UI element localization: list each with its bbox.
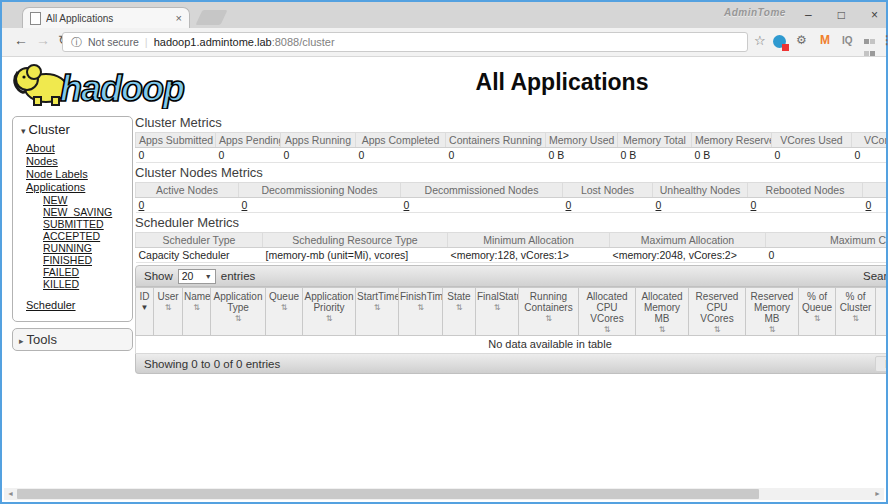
col-pct-of-queue[interactable]: % of Queue⇅ [799,288,836,336]
extension-m-icon[interactable]: M [820,34,830,46]
not-secure-label: Not secure [88,36,139,48]
extension-iq-icon[interactable]: IQ [842,36,853,46]
col-minimum-allocation: Minimum Allocation [448,233,610,248]
minimize-button[interactable]: – [805,9,812,21]
lost-nodes-link[interactable]: 0 [566,199,572,211]
sidebar-item-new-saving[interactable]: NEW_SAVING [43,206,126,218]
title-bar: All Applications × AdminTome – □ × [2,2,886,28]
col-clipped [863,183,887,198]
col-starttime[interactable]: StartTime⇅ [356,288,399,336]
new-tab-button[interactable] [196,10,228,25]
col-application-type[interactable]: Application Type⇅ [211,288,266,336]
sort-icon: ⇅ [520,314,577,323]
yarn-page: hadoop All Applications ▾Cluster About N… [2,57,886,490]
close-button[interactable]: × [871,9,878,21]
col-application-priority[interactable]: Application Priority⇅ [303,288,356,336]
sort-icon: ⇅ [877,303,886,312]
gear-icon[interactable]: ⚙ [796,34,807,46]
col-allocated-cpu-vcores[interactable]: Allocated CPU VCores⇅ [579,288,636,336]
col-apps-running: Apps Running [281,133,356,148]
col-progress[interactable]: Progress⇅ [876,288,887,336]
table-row: 0 0 0 0 0 0 B 0 B 0 B 0 0 [136,148,887,163]
col-finalstatus[interactable]: FinalStatus⇅ [476,288,519,336]
col-decommissioning-nodes: Decommissioning Nodes [239,183,401,198]
page-size-select[interactable]: 20▼ [178,269,216,284]
cluster-metrics-table: Apps Submitted Apps Pending Apps Running… [135,132,886,163]
info-icon[interactable]: ⓘ [71,35,82,50]
col-reserved-memory-mb[interactable]: Reserved Memory MB⇅ [746,288,799,336]
sidebar-item-node-labels[interactable]: Node Labels [26,168,126,181]
col-running-containers[interactable]: Running Containers⇅ [519,288,579,336]
col-name[interactable]: Name⇅ [183,288,211,336]
col-allocated-memory-mb[interactable]: Allocated Memory MB⇅ [636,288,689,336]
sort-icon: ⇅ [800,314,834,323]
empty-table-message: No data available in table [135,336,886,354]
extension-blue-badge-icon[interactable] [773,35,786,48]
extension-grid-icon[interactable] [864,35,876,59]
col-rebooted-nodes: Rebooted Nodes [748,183,863,198]
browser-window: All Applications × AdminTome – □ × ← → ↻… [0,0,888,504]
page-title: All Applications [234,69,886,96]
col-vcores-used: VCores Used [772,133,852,148]
tab-close-icon[interactable]: × [176,13,182,24]
sidebar-item-killed[interactable]: KILLED [43,278,126,290]
apps-header-row: ID▼ User⇅ Name⇅ Application Type⇅ Queue⇅… [136,288,887,336]
sidebar-item-scheduler[interactable]: Scheduler [26,299,126,312]
cluster-nodes-metrics-table: Active Nodes Decommissioning Nodes Decom… [135,182,886,213]
cluster-metrics-heading: Cluster Metrics [135,115,886,130]
sort-icon: ⇅ [304,314,354,323]
sidebar-item-about[interactable]: About [26,142,126,155]
table-header-row: Active Nodes Decommissioning Nodes Decom… [136,183,887,198]
address-bar[interactable]: ⓘ Not secure | hadoop1.admintome.lab:808… [62,32,748,52]
active-nodes-link[interactable]: 0 [139,199,145,211]
sidebar-item-finished[interactable]: FINISHED [43,254,126,266]
sidebar-cluster-header[interactable]: ▾Cluster [21,122,126,137]
decommissioning-nodes-link[interactable]: 0 [242,199,248,211]
scheduler-metrics-heading: Scheduler Metrics [135,215,886,230]
col-finishtime[interactable]: FinishTime⇅ [399,288,443,336]
horizontal-scrollbar[interactable]: ◄ ► [4,488,884,500]
table-header-row: Scheduler Type Scheduling Resource Type … [136,233,887,248]
col-apps-submitted: Apps Submitted [136,133,216,148]
chrome-menu-icon[interactable]: ⋮ [881,34,888,46]
sidebar-item-running[interactable]: RUNNING [43,242,126,254]
cluster-nodes-metrics-heading: Cluster Nodes Metrics [135,165,886,180]
col-reserved-cpu-vcores[interactable]: Reserved CPU VCores⇅ [689,288,746,336]
col-pct-of-cluster[interactable]: % of Cluster⇅ [836,288,876,336]
back-icon[interactable]: ← [14,33,28,47]
sidebar-tools-header[interactable]: ▸Tools [12,328,133,351]
table-row: Capacity Scheduler [memory-mb (unit=Mi),… [136,248,887,263]
pagination-first-button[interactable]: First [875,356,886,372]
maximize-button[interactable]: □ [838,9,845,21]
col-id[interactable]: ID▼ [136,288,154,336]
col-decommissioned-nodes: Decommissioned Nodes [401,183,563,198]
rebooted-nodes-link[interactable]: 0 [751,199,757,211]
bookmark-star-icon[interactable]: ☆ [754,34,766,47]
col-containers-running: Containers Running [446,133,546,148]
col-queue[interactable]: Queue⇅ [266,288,303,336]
clipped-nodes-link[interactable]: 0 [866,199,872,211]
sidebar-item-accepted[interactable]: ACCEPTED [43,230,126,242]
sidebar-item-applications[interactable]: Applications [26,181,126,194]
sidebar-item-nodes[interactable]: Nodes [26,155,126,168]
scroll-right-icon[interactable]: ► [874,490,881,497]
sidebar-item-new[interactable]: NEW [43,194,126,206]
decommissioned-nodes-link[interactable]: 0 [404,199,410,211]
forward-icon[interactable]: → [36,33,50,47]
url-host: hadoop1.admintome.lab [154,36,272,48]
col-state[interactable]: State⇅ [443,288,476,336]
col-apps-completed: Apps Completed [356,133,446,148]
scrollbar-thumb[interactable] [17,489,759,499]
scroll-left-icon[interactable]: ◄ [7,490,14,497]
table-row: 0 0 0 0 0 0 0 [136,198,887,213]
browser-tab[interactable]: All Applications × [22,7,190,28]
sidebar-item-submitted[interactable]: SUBMITTED [43,218,126,230]
logo-text: hadoop [60,68,184,109]
table-header-row: Apps Submitted Apps Pending Apps Running… [136,133,887,148]
sort-icon: ⇅ [580,325,634,334]
sidebar-item-failed[interactable]: FAILED [43,266,126,278]
sort-icon: ⇅ [184,303,209,312]
unhealthy-nodes-link[interactable]: 0 [656,199,662,211]
select-caret-icon: ▼ [205,273,212,280]
col-user[interactable]: User⇅ [154,288,183,336]
